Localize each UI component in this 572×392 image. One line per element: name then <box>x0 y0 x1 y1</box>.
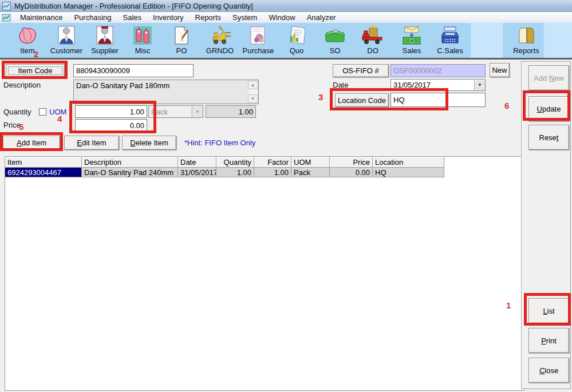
price-label: Price <box>3 121 21 129</box>
toolbar-csales-button[interactable]: C.Sales <box>431 25 470 58</box>
app-icon <box>2 2 11 10</box>
toolbar-item-label: Reports <box>513 46 539 55</box>
toolbar-item-button[interactable]: Item <box>8 25 47 58</box>
uom-checkbox[interactable] <box>39 108 46 116</box>
new-button-label: New <box>492 66 507 74</box>
update-button-label: Update <box>537 105 561 113</box>
cell-item-code: 6924293004467 <box>5 168 82 177</box>
toolbar-sales-button[interactable]: Sales <box>392 25 431 58</box>
add-new-button[interactable]: Add New <box>528 65 569 90</box>
column-header-date[interactable]: Date <box>178 157 216 168</box>
annotation-number-3: 3 <box>318 92 323 102</box>
toolbar-do-button[interactable]: DO <box>353 25 392 58</box>
edit-item-button[interactable]: Edit Item <box>64 136 119 150</box>
location-code-input[interactable]: HQ <box>390 93 486 107</box>
location-code-button[interactable]: Location Code <box>335 93 389 107</box>
item-code-button-label: Item Code <box>18 66 53 75</box>
supplier-person-icon <box>95 25 115 45</box>
delete-item-button[interactable]: Delete Item <box>122 136 176 150</box>
toolbar-quo-button[interactable]: Quo <box>277 25 316 58</box>
add-new-button-label: Add New <box>534 74 564 82</box>
chevron-down-icon[interactable]: ▼ <box>474 80 485 90</box>
date-label: Date <box>333 81 348 89</box>
toolbar-item-label: Purchase <box>243 46 274 55</box>
print-button-label: Print <box>541 336 557 345</box>
os-fifo-number-field: OSF00000002 <box>390 64 486 77</box>
toolbar-customer-button[interactable]: Customer <box>47 25 86 58</box>
column-header-location[interactable]: Location <box>373 157 444 168</box>
list-button[interactable]: List <box>528 298 569 323</box>
item-bag-icon <box>17 25 38 45</box>
delete-item-button-label: Delete Item <box>130 138 168 147</box>
menu-analyzer[interactable]: Analyzer <box>301 13 342 22</box>
toolbar-misc-button[interactable]: Misc <box>123 25 162 58</box>
menu-maintenance[interactable]: Maintenance <box>14 13 68 22</box>
close-button[interactable]: Close <box>528 358 569 383</box>
uom-select[interactable]: Pack ▼ <box>148 105 203 118</box>
reset-button[interactable]: Reset <box>528 125 569 150</box>
cash-register-icon <box>440 25 460 45</box>
annotation-number-6: 6 <box>504 101 509 110</box>
price-input[interactable]: 0.00 <box>75 119 147 132</box>
table-row[interactable]: 6924293004467 Dan-O Sanitry Pad 240mm 31… <box>5 168 523 177</box>
toolbar-grndo-button[interactable]: GRNDO <box>200 25 239 58</box>
toolbar-item-label: Customer <box>50 46 82 55</box>
quotation-doc-icon <box>286 25 307 45</box>
description-textarea[interactable]: Dan-O Sanitary Pad 180mm ▲ ▼ <box>73 80 259 104</box>
item-code-button[interactable]: Item Code <box>6 64 65 77</box>
toolbar-supplier-button[interactable]: Supplier <box>85 25 124 58</box>
misc-tags-icon <box>133 25 152 45</box>
menu-purchasing[interactable]: Purchasing <box>68 13 117 22</box>
toolbar-reports-button[interactable]: Reports <box>507 25 546 58</box>
chevron-down-icon[interactable]: ▼ <box>192 106 203 117</box>
column-header-price[interactable]: Price <box>330 157 373 168</box>
menu-window[interactable]: Window <box>263 13 301 22</box>
toolbar-item-label: DO <box>367 46 378 55</box>
toolbar-item-label: Sales <box>403 46 421 55</box>
column-header-description[interactable]: Description <box>82 157 178 168</box>
date-select[interactable]: 31/05/2017 ▼ <box>390 79 486 91</box>
toolbar-item-label: C.Sales <box>437 46 463 55</box>
quantity-input[interactable]: 1.00 <box>75 105 147 118</box>
menu-reports[interactable]: Reports <box>190 13 227 22</box>
add-item-button[interactable]: Add Item <box>3 136 60 150</box>
item-code-input[interactable]: 8809430090009 <box>73 64 194 77</box>
description-scrollbar[interactable]: ▲ ▼ <box>248 81 258 103</box>
scroll-down-icon[interactable]: ▼ <box>248 94 258 103</box>
description-label: Description <box>3 81 41 89</box>
grid-header-row: Item Description Date Quantity Factor UO… <box>5 157 523 168</box>
column-header-uom[interactable]: UOM <box>291 157 330 168</box>
app-window: MyDistribution Manager - Professional Ed… <box>0 0 572 392</box>
purchase-doc-icon <box>248 25 268 45</box>
menu-inventory[interactable]: Inventory <box>147 13 189 22</box>
print-button[interactable]: Print <box>528 328 569 353</box>
factor-readonly-field: 1.00 <box>206 105 256 118</box>
items-list-view[interactable]: Item Description Date Quantity Factor UO… <box>5 156 524 391</box>
close-button-label: Close <box>539 366 558 375</box>
column-header-item[interactable]: Item <box>5 157 82 168</box>
menu-sales[interactable]: Sales <box>117 13 148 22</box>
column-header-quantity[interactable]: Quantity <box>216 157 254 168</box>
toolbar-separator-band <box>471 23 503 58</box>
os-fifo-button[interactable]: OS-FIFO # <box>333 64 389 77</box>
description-text: Dan-O Sanitary Pad 180mm <box>76 81 169 90</box>
toolbar-item-label: GRNDO <box>206 46 234 55</box>
quantity-label: Quantity <box>3 108 31 116</box>
mdi-child-icon <box>2 13 11 22</box>
toolbar-item-label: Supplier <box>91 46 119 55</box>
date-select-value: 31/05/2017 <box>391 80 474 90</box>
scroll-up-icon[interactable]: ▲ <box>248 81 258 89</box>
sales-order-wallet-icon <box>324 25 346 45</box>
toolbar-purchase-button[interactable]: Purchase <box>239 25 278 58</box>
cell-date: 31/05/2017 <box>178 168 216 177</box>
cell-factor: 1.00 <box>254 168 291 177</box>
menu-system[interactable]: System <box>227 13 263 22</box>
update-button[interactable]: Update <box>528 96 569 121</box>
menu-bar: Maintenance Purchasing Sales Inventory R… <box>0 12 572 23</box>
toolbar-so-button[interactable]: SO <box>315 25 354 58</box>
toolbar-po-button[interactable]: PO <box>162 25 201 58</box>
new-button[interactable]: New <box>490 63 510 77</box>
toolbar-separator-band <box>544 23 572 58</box>
column-header-factor[interactable]: Factor <box>254 157 291 168</box>
action-panel: Add New Update Reset List Print Close <box>521 61 571 389</box>
